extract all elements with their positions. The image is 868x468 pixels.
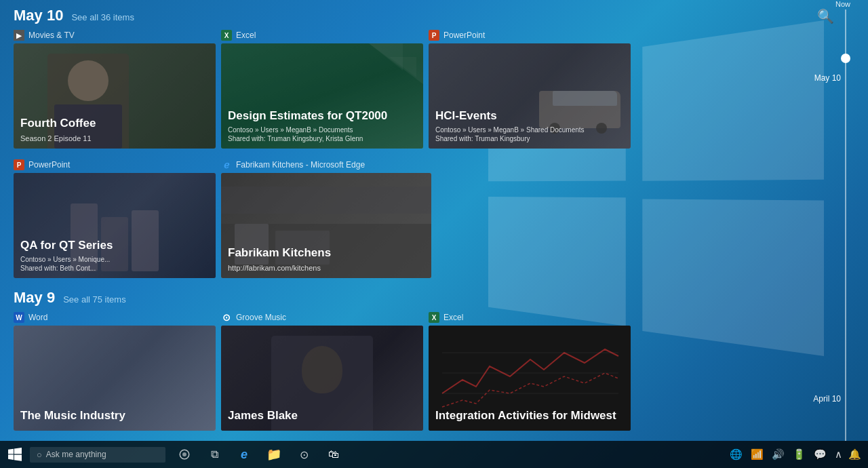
taskbar-edge-icon[interactable]: e xyxy=(232,441,256,468)
design-estimates-wrapper: X Excel Design Estimates for QT2000 Cont… xyxy=(221,30,423,149)
hci-events-subtitle: Contoso » Users » MeganB » Shared Docume… xyxy=(435,125,624,143)
design-estimates-app-name: Excel xyxy=(236,31,256,40)
qa-card[interactable]: QA for QT Series Contoso » Users » Moniq… xyxy=(14,173,216,278)
powerpoint-icon-2: P xyxy=(14,159,24,170)
fourth-coffee-app-label: ▶ Movies & TV xyxy=(14,30,216,41)
design-estimates-content: Design Estimates for QT2000 Contoso » Us… xyxy=(221,104,423,149)
fabrikam-subtitle: http://fabrikam.com/kitchens xyxy=(228,263,425,273)
james-blake-wrapper: ⊙ Groove Music James Blake xyxy=(221,312,423,431)
may9-date: May 9 xyxy=(14,289,55,307)
taskbar-search-bar[interactable]: ○ Ask me anything xyxy=(30,447,165,463)
hci-events-wrapper: P PowerPoint HCI-Events Contoso » Users … xyxy=(429,30,631,149)
qa-app-label: P PowerPoint xyxy=(14,159,216,170)
james-blake-app-label: ⊙ Groove Music xyxy=(221,312,423,323)
may10-section-header: May 10 See all 36 items xyxy=(14,7,854,24)
fourth-coffee-content: Fourth Coffee Season 2 Episode 11 xyxy=(14,111,216,149)
svg-point-5 xyxy=(182,452,186,456)
taskbar-task-view-icon[interactable]: ⧉ xyxy=(202,441,226,468)
taskbar-store-icon[interactable]: 🛍 xyxy=(321,441,346,468)
fourth-coffee-subtitle: Season 2 Episode 11 xyxy=(20,134,209,143)
hci-events-card[interactable]: HCI-Events Contoso » Users » MeganB » Sh… xyxy=(429,43,631,149)
fourth-coffee-title: Fourth Coffee xyxy=(20,117,209,130)
integration-card[interactable]: Integration Activities for Midwest xyxy=(429,326,631,431)
integration-content: Integration Activities for Midwest xyxy=(429,404,631,431)
edge-icon: ℯ xyxy=(221,159,232,170)
integration-title: Integration Activities for Midwest xyxy=(435,409,624,423)
may9-row1: W Word The Music Industry ⊙ Groove Music xyxy=(14,312,854,431)
design-estimates-subtitle: Contoso » Users » MeganB » DocumentsShar… xyxy=(228,125,416,143)
may9-see-all-link[interactable]: See all 75 items xyxy=(63,294,126,305)
excel-icon-2: X xyxy=(429,312,439,323)
taskbar-notification-icon[interactable]: 🔔 xyxy=(848,448,861,461)
music-industry-title: The Music Industry xyxy=(20,409,209,423)
fabrikam-app-label: ℯ Fabrikam Kitchens - Microsoft Edge xyxy=(221,159,431,170)
may10-see-all-link[interactable]: See all 36 items xyxy=(71,12,134,22)
taskbar-search-icon: ○ xyxy=(37,450,42,460)
powerpoint-icon-1: P xyxy=(429,30,439,41)
fabrikam-wrapper: ℯ Fabrikam Kitchens - Microsoft Edge Fab… xyxy=(221,159,431,278)
timeline-dot-may10 xyxy=(841,54,850,63)
design-estimates-title: Design Estimates for QT2000 xyxy=(228,109,416,123)
music-industry-card[interactable]: The Music Industry xyxy=(14,326,216,431)
timeline-april10-label: April 10 xyxy=(813,394,841,404)
james-blake-content: James Blake xyxy=(221,404,423,431)
music-industry-wrapper: W Word The Music Industry xyxy=(14,312,216,431)
music-industry-content: The Music Industry xyxy=(14,404,216,431)
music-industry-app-label: W Word xyxy=(14,312,216,323)
qa-app-name: PowerPoint xyxy=(28,160,70,170)
fabrikam-content: Fabrikam Kitchens http://fabrikam.com/ki… xyxy=(221,241,431,278)
taskbar: ○ Ask me anything ⧉ e 📁 ⊙ 🛍 🌐 📶 🔊 🔋 💬 ∧ … xyxy=(0,441,868,468)
fabrikam-title: Fabrikam Kitchens xyxy=(228,246,425,260)
timeline-may10-label: May 10 xyxy=(814,73,841,83)
integration-app-name: Excel xyxy=(443,313,463,322)
taskbar-message-icon[interactable]: 💬 xyxy=(812,448,829,461)
taskbar-chevron-icon[interactable]: ∧ xyxy=(833,448,844,461)
timeline-line xyxy=(845,9,846,441)
fabrikam-card[interactable]: Fabrikam Kitchens http://fabrikam.com/ki… xyxy=(221,173,431,278)
taskbar-globe-icon[interactable]: 🌐 xyxy=(728,448,745,461)
taskbar-groove-icon[interactable]: ⊙ xyxy=(292,441,316,468)
timeline-now-label: Now xyxy=(835,0,850,8)
search-icon[interactable]: 🔍 xyxy=(817,8,834,24)
taskbar-right-area: 🌐 📶 🔊 🔋 💬 ∧ 🔔 xyxy=(728,448,865,461)
may10-date: May 10 xyxy=(14,7,63,24)
qa-title: QA for QT Series xyxy=(20,239,209,252)
james-blake-title: James Blake xyxy=(228,409,416,423)
timeline: Now May 10 April 10 xyxy=(835,0,856,441)
integration-app-label: X Excel xyxy=(429,312,631,323)
may10-row2: P PowerPoint QA for QT Series Contoso » … xyxy=(14,159,854,278)
qa-wrapper: P PowerPoint QA for QT Series Contoso » … xyxy=(14,159,216,278)
integration-wrapper: X Excel xyxy=(429,312,631,431)
design-estimates-card[interactable]: Design Estimates for QT2000 Contoso » Us… xyxy=(221,43,423,149)
word-icon: W xyxy=(14,312,24,323)
may9-section-header: May 9 See all 75 items xyxy=(14,289,854,307)
design-estimates-app-label: X Excel xyxy=(221,30,423,41)
fourth-coffee-card[interactable]: Fourth Coffee Season 2 Episode 11 xyxy=(14,43,216,149)
taskbar-battery-icon[interactable]: 🔋 xyxy=(791,448,808,461)
fourth-coffee-app-name: Movies & TV xyxy=(28,31,75,40)
taskbar-volume-icon[interactable]: 🔊 xyxy=(770,448,787,461)
fabrikam-app-name: Fabrikam Kitchens - Microsoft Edge xyxy=(236,160,365,170)
taskbar-search-text: Ask me anything xyxy=(46,450,106,459)
taskbar-cortana-icon[interactable] xyxy=(172,441,197,468)
hci-events-content: HCI-Events Contoso » Users » MeganB » Sh… xyxy=(429,104,631,149)
taskbar-wifi-icon[interactable]: 📶 xyxy=(749,448,766,461)
groove-icon: ⊙ xyxy=(221,312,232,323)
taskbar-app-icons: ⧉ e 📁 ⊙ 🛍 xyxy=(172,441,346,468)
james-blake-card[interactable]: James Blake xyxy=(221,326,423,431)
qa-subtitle: Contoso » Users » Monique...Shared with:… xyxy=(20,255,209,273)
fourth-coffee-wrapper: ▶ Movies & TV Fourth Coffee Season 2 Epi… xyxy=(14,30,216,149)
movies-tv-icon: ▶ xyxy=(14,30,24,41)
hci-events-app-label: P PowerPoint xyxy=(429,30,631,41)
james-blake-app-name: Groove Music xyxy=(236,313,286,322)
taskbar-explorer-icon[interactable]: 📁 xyxy=(262,441,286,468)
music-industry-app-name: Word xyxy=(28,313,47,322)
hci-events-app-name: PowerPoint xyxy=(443,31,485,40)
may10-row1: ▶ Movies & TV Fourth Coffee Season 2 Epi… xyxy=(14,30,854,149)
hci-events-title: HCI-Events xyxy=(435,109,624,123)
excel-icon-1: X xyxy=(221,30,232,41)
qa-content: QA for QT Series Contoso » Users » Moniq… xyxy=(14,233,216,278)
start-button[interactable] xyxy=(3,441,27,468)
